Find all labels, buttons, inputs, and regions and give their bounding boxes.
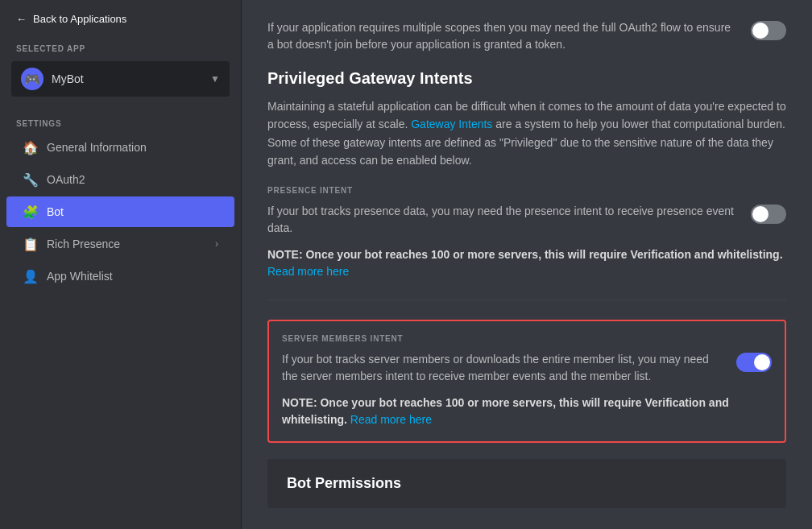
presence-toggle-track[interactable] bbox=[751, 205, 786, 224]
back-label: Back to Applications bbox=[33, 13, 126, 25]
bot-permissions-box: Bot Permissions bbox=[267, 459, 786, 508]
sidebar-item-app-whitelist-label: App Whitelist bbox=[47, 270, 218, 283]
rich-presence-icon: 📋 bbox=[23, 236, 39, 252]
chevron-down-icon: ▼ bbox=[210, 73, 220, 85]
presence-intent-note: NOTE: Once your bot reaches 100 or more … bbox=[267, 246, 786, 280]
top-toggle-description: If your application requires multiple sc… bbox=[267, 19, 751, 53]
server-members-note-bold: NOTE: Once your bot reaches 100 or more … bbox=[282, 396, 729, 426]
presence-toggle-thumb bbox=[752, 206, 768, 222]
app-icon: 🎮 bbox=[21, 68, 44, 90]
server-members-toggle[interactable] bbox=[736, 353, 772, 372]
bot-permissions-title: Bot Permissions bbox=[287, 475, 767, 492]
user-icon: 👤 bbox=[23, 268, 39, 284]
top-oauth2-toggle[interactable] bbox=[751, 21, 786, 40]
top-toggle-track[interactable] bbox=[751, 21, 786, 40]
puzzle-icon: 🧩 bbox=[23, 204, 39, 220]
privileged-intents-desc: Maintaining a stateful application can b… bbox=[267, 97, 786, 170]
server-members-intent-block: SERVER MEMBERS INTENT If your bot tracks… bbox=[267, 320, 786, 443]
server-members-intent-description: If your bot tracks server members or dow… bbox=[282, 351, 736, 385]
sidebar-item-general[interactable]: 🏠 General Information bbox=[6, 132, 234, 163]
sidebar-item-rich-presence-label: Rich Presence bbox=[47, 238, 207, 250]
wrench-icon: 🔧 bbox=[23, 172, 39, 188]
top-toggle-thumb bbox=[752, 23, 768, 39]
server-members-toggle-track[interactable] bbox=[736, 353, 772, 372]
chevron-right-icon: › bbox=[215, 238, 218, 250]
back-to-applications-link[interactable]: ← Back to Applications bbox=[0, 0, 241, 38]
settings-label: SETTINGS bbox=[0, 113, 241, 131]
presence-intent-label: PRESENCE INTENT bbox=[267, 186, 786, 195]
app-name: MyBot bbox=[52, 72, 202, 85]
server-members-toggle-thumb bbox=[754, 354, 770, 370]
server-members-note: NOTE: Once your bot reaches 100 or more … bbox=[282, 395, 772, 428]
sidebar-item-oauth2-label: OAuth2 bbox=[47, 173, 218, 186]
top-toggle-row: If your application requires multiple sc… bbox=[267, 19, 786, 53]
presence-intent-toggle[interactable] bbox=[751, 205, 786, 224]
server-members-intent-label: SERVER MEMBERS INTENT bbox=[282, 334, 772, 343]
presence-note-bold: NOTE: Once your bot reaches 100 or more … bbox=[267, 248, 783, 261]
presence-intent-block: PRESENCE INTENT If your bot tracks prese… bbox=[267, 186, 786, 300]
presence-intent-description: If your bot tracks presence data, you ma… bbox=[267, 203, 751, 237]
sidebar-item-general-label: General Information bbox=[47, 141, 218, 154]
app-selector-dropdown[interactable]: 🎮 MyBot ▼ bbox=[11, 61, 230, 97]
server-members-intent-header-row: If your bot tracks server members or dow… bbox=[282, 351, 772, 385]
back-arrow-icon: ← bbox=[16, 13, 27, 25]
sidebar-item-app-whitelist[interactable]: 👤 App Whitelist bbox=[6, 261, 234, 291]
main-content: If your application requires multiple sc… bbox=[242, 0, 812, 529]
privileged-intents-title: Privileged Gateway Intents bbox=[267, 69, 786, 88]
presence-intent-header-row: If your bot tracks presence data, you ma… bbox=[267, 203, 786, 237]
home-icon: 🏠 bbox=[23, 139, 39, 155]
server-members-read-more-link[interactable]: Read more here bbox=[350, 413, 432, 426]
gateway-intents-link[interactable]: Gateway Intents bbox=[411, 118, 492, 130]
sidebar-item-bot[interactable]: 🧩 Bot bbox=[6, 196, 234, 227]
app-icon-symbol: 🎮 bbox=[24, 72, 40, 87]
presence-read-more-link[interactable]: Read more here bbox=[267, 265, 349, 278]
sidebar-item-rich-presence[interactable]: 📋 Rich Presence › bbox=[6, 229, 234, 259]
sidebar: ← Back to Applications SELECTED APP 🎮 My… bbox=[0, 0, 242, 529]
selected-app-label: SELECTED APP bbox=[0, 38, 241, 56]
sidebar-item-oauth2[interactable]: 🔧 OAuth2 bbox=[6, 164, 234, 195]
sidebar-item-bot-label: Bot bbox=[47, 205, 218, 218]
